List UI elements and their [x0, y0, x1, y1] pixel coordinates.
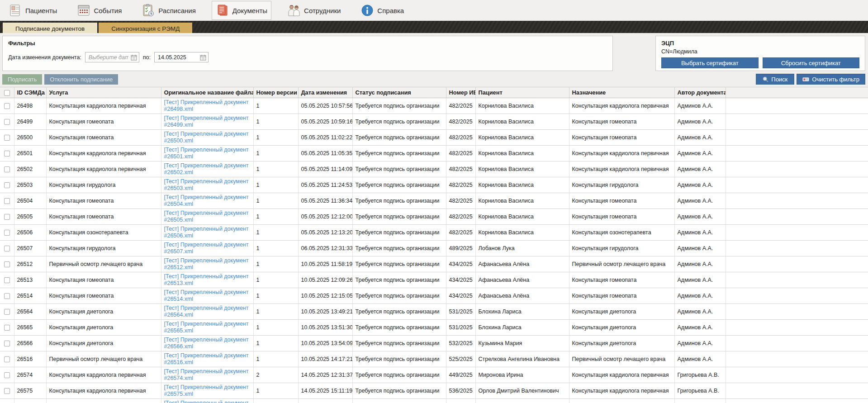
cell-ib-number: 531/2025: [446, 320, 475, 336]
row-checkbox[interactable]: [4, 119, 10, 125]
table-row[interactable]: 26499 Консультация гомеопата [Тест] Прик…: [0, 114, 868, 130]
column-header-status[interactable]: Статус подписания: [352, 87, 446, 98]
row-checkbox[interactable]: [4, 135, 10, 141]
calendar-icon[interactable]: [200, 54, 206, 61]
column-header-patient[interactable]: Пациент: [475, 87, 569, 98]
file-link[interactable]: [Тест] Прикрепленный документ #26512.xml: [164, 257, 249, 270]
row-checkbox[interactable]: [4, 246, 10, 251]
row-checkbox[interactable]: [4, 341, 10, 346]
table-row[interactable]: 26516 Первичный осмотр лечащего врача [Т…: [0, 351, 868, 367]
table-row[interactable]: 26503 Консультация гирудолога [Тест] При…: [0, 177, 868, 193]
file-link[interactable]: [Тест] Прикрепленный документ #26505.xml: [164, 210, 249, 223]
column-header-ib[interactable]: Номер ИБ: [446, 87, 475, 98]
sign-button[interactable]: Подписать: [2, 74, 42, 85]
table-row[interactable]: 26514 Консультация гомеопата [Тест] Прик…: [0, 288, 868, 304]
tab-sync-remd[interactable]: Синхронизация с РЭМД: [99, 23, 192, 33]
file-link[interactable]: [Тест] Прикрепленный документ #26513.xml: [164, 273, 249, 286]
cell-purpose: Консультация гомеопата: [569, 193, 674, 209]
clear-filter-button[interactable]: Очистить фильтр: [797, 74, 865, 85]
file-link[interactable]: [Тест] Прикрепленный документ #26498.xml: [164, 99, 249, 112]
table-row[interactable]: 26564 Консультация диетолога [Тест] Прик…: [0, 304, 868, 320]
file-link[interactable]: [Тест] Прикрепленный документ #26564.xml: [164, 305, 249, 318]
file-link[interactable]: [Тест] Прикрепленный документ #26566.xml: [164, 337, 249, 350]
table-row[interactable]: 26500 Консультация гомеопата [Тест] Прик…: [0, 130, 868, 146]
search-button[interactable]: Поиск: [756, 74, 794, 85]
file-link[interactable]: [Тест] Прикрепленный документ #26504.xml: [164, 194, 249, 207]
column-header-modified[interactable]: Дата изменения: [298, 87, 352, 98]
date-from-input[interactable]: [89, 54, 128, 61]
column-header-author[interactable]: Автор документа: [674, 87, 726, 98]
file-link[interactable]: [Тест] Прикрепленный документ #26499.xml: [164, 115, 249, 128]
table-row[interactable]: 26506 Консультация озонотерапевта [Тест]…: [0, 225, 868, 241]
row-checkbox[interactable]: [4, 151, 10, 156]
row-checkbox[interactable]: [4, 182, 10, 188]
table-row[interactable]: 26498 Консультация кардиолога первичная …: [0, 98, 868, 114]
cell-version: 1: [253, 193, 298, 209]
column-header-purpose[interactable]: Назначение: [569, 87, 674, 98]
file-link[interactable]: [Тест] Прикрепленный документ #26574.xml: [164, 368, 249, 381]
column-header-version[interactable]: Номер версии: [253, 87, 298, 98]
file-link[interactable]: [Тест] Прикрепленный документ #26575.xml: [164, 384, 249, 397]
cell-purpose: Консультация диетолога: [569, 336, 674, 351]
cell-service: Консультация гомеопата: [46, 130, 161, 146]
table-row[interactable]: 26512 Первичный осмотр лечащего врача [Т…: [0, 256, 868, 272]
toolbar-item-staff[interactable]: Сотрудники: [283, 1, 345, 20]
table-row[interactable]: 26574 Консультация кардиолога первичная …: [0, 367, 868, 383]
table-row[interactable]: 26505 Консультация гомеопата [Тест] Прик…: [0, 209, 868, 225]
file-link[interactable]: [Тест] Прикрепленный документ #26565.xml: [164, 321, 249, 334]
row-checkbox[interactable]: [4, 325, 10, 331]
toolbar-item-documents[interactable]: Документы: [212, 1, 271, 20]
table-row[interactable]: 26504 Консультация гомеопата [Тест] Прик…: [0, 193, 868, 209]
reset-certificate-button[interactable]: Сбросить сертификат: [763, 57, 860, 68]
cell-patient: Афанасьева Алёна: [475, 256, 569, 272]
toolbar-item-events[interactable]: События: [73, 1, 126, 20]
column-header-id[interactable]: ID СЭМДа: [14, 87, 46, 98]
table-row[interactable]: 26576 Консультация кардиолога первичная …: [0, 399, 868, 403]
table-row[interactable]: 26565 Консультация диетолога [Тест] Прик…: [0, 320, 868, 336]
cell-purpose: Консультация кардиолога первичная: [569, 146, 674, 161]
table-row[interactable]: 26501 Консультация кардиолога первичная …: [0, 146, 868, 161]
date-to-input[interactable]: [158, 54, 198, 61]
toolbar-item-patients[interactable]: Пациенты: [5, 1, 61, 20]
row-checkbox[interactable]: [4, 293, 10, 299]
table-row[interactable]: 26566 Консультация диетолога [Тест] Прик…: [0, 336, 868, 351]
row-checkbox[interactable]: [4, 198, 10, 204]
row-checkbox[interactable]: [4, 166, 10, 172]
toolbar-item-help[interactable]: Справка: [356, 1, 408, 20]
file-link[interactable]: [Тест] Прикрепленный документ #26514.xml: [164, 289, 249, 302]
cell-modified-date: 14.05.2025 15:57:42: [298, 399, 352, 403]
column-header-service[interactable]: Услуга: [46, 87, 161, 98]
cell-filler: [726, 161, 868, 177]
cell-signing-status: Требуется подпись организации: [352, 304, 446, 320]
toolbar-item-schedules[interactable]: Расписания: [138, 1, 199, 20]
select-certificate-button[interactable]: Выбрать сертификат: [661, 57, 759, 68]
row-checkbox[interactable]: [4, 261, 10, 267]
file-link[interactable]: [Тест] Прикрепленный документ #26503.xml: [164, 178, 249, 191]
table-row[interactable]: 26575 Консультация кардиолога первичная …: [0, 383, 868, 399]
reject-signing-button[interactable]: Отклонить подписание: [44, 74, 118, 85]
row-checkbox[interactable]: [4, 356, 10, 362]
calendar-icon[interactable]: [131, 54, 137, 61]
table-row[interactable]: 26507 Консультация гирудолога [Тест] При…: [0, 241, 868, 256]
file-link[interactable]: [Тест] Прикрепленный документ #26500.xml: [164, 131, 249, 144]
cell-modified-date: 14.05.2025 15:11:19: [298, 383, 352, 399]
file-link[interactable]: [Тест] Прикрепленный документ #26502.xml: [164, 162, 249, 175]
file-link[interactable]: [Тест] Прикрепленный документ #26576.xml: [164, 400, 249, 403]
clear-filter-button-label: Очистить фильтр: [812, 76, 859, 83]
select-all-checkbox[interactable]: [4, 90, 10, 96]
file-link[interactable]: [Тест] Прикрепленный документ #26506.xml: [164, 226, 249, 239]
tab-signing-documents[interactable]: Подписание документов: [3, 23, 97, 33]
row-checkbox[interactable]: [4, 372, 10, 378]
file-link[interactable]: [Тест] Прикрепленный документ #26501.xml: [164, 147, 249, 160]
table-row[interactable]: 26502 Консультация кардиолога первичная …: [0, 161, 868, 177]
row-checkbox[interactable]: [4, 214, 10, 220]
column-header-file[interactable]: Оригинальное название файла: [161, 87, 253, 98]
row-checkbox[interactable]: [4, 388, 10, 394]
row-checkbox[interactable]: [4, 230, 10, 236]
file-link[interactable]: [Тест] Прикрепленный документ #26507.xml: [164, 242, 249, 255]
file-link[interactable]: [Тест] Прикрепленный документ #26516.xml: [164, 352, 249, 365]
table-row[interactable]: 26513 Консультация гомеопата [Тест] Прик…: [0, 272, 868, 288]
row-checkbox[interactable]: [4, 277, 10, 283]
row-checkbox[interactable]: [4, 103, 10, 109]
row-checkbox[interactable]: [4, 309, 10, 315]
